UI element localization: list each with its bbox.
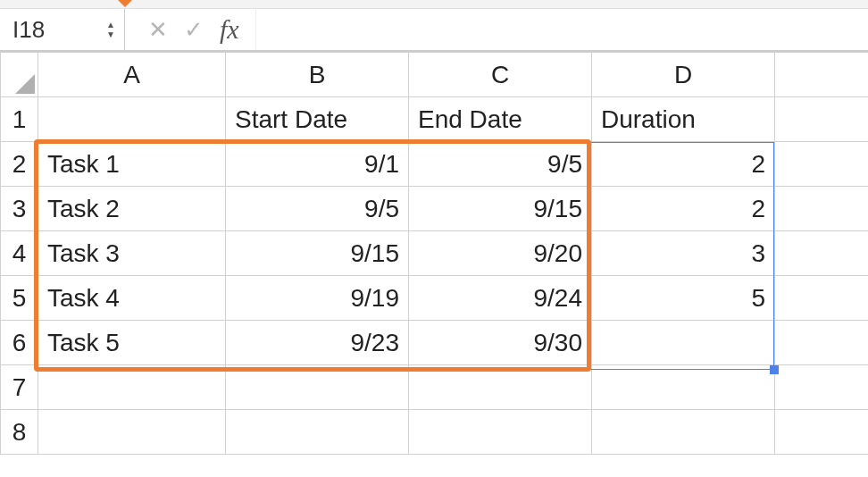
cell-D5[interactable]: 5	[592, 276, 775, 321]
cell-E1[interactable]	[775, 97, 869, 142]
cell-A7[interactable]	[38, 365, 226, 410]
row-header-1[interactable]: 1	[1, 97, 38, 142]
name-box-value: I18	[13, 16, 45, 44]
cell-A1[interactable]	[38, 97, 226, 142]
name-box-stepper[interactable]: ▲ ▼	[106, 20, 115, 39]
cell-E4[interactable]	[775, 231, 869, 276]
cell-C2[interactable]: 9/5	[409, 142, 592, 187]
cell-E2[interactable]	[775, 142, 869, 187]
name-box[interactable]: I18 ▲ ▼	[0, 9, 125, 50]
cell-C3[interactable]: 9/15	[409, 187, 592, 231]
cell-D8[interactable]	[592, 410, 775, 455]
row-7: 7	[1, 365, 869, 410]
row-header-7[interactable]: 7	[1, 365, 38, 410]
fx-icon[interactable]: fx	[220, 14, 239, 45]
cell-B1[interactable]: Start Date	[226, 97, 409, 142]
cell-C1[interactable]: End Date	[409, 97, 592, 142]
row-1: 1 Start Date End Date Duration	[1, 97, 869, 142]
ribbon-strip	[0, 0, 868, 9]
row-header-6[interactable]: 6	[1, 321, 38, 365]
column-header-A[interactable]: A	[38, 53, 226, 97]
cell-A6[interactable]: Task 5	[38, 321, 226, 365]
cell-B6[interactable]: 9/23	[226, 321, 409, 365]
spreadsheet-grid[interactable]: A B C D 1 Start Date End Date Duration 2…	[0, 52, 868, 477]
accept-icon[interactable]: ✓	[184, 16, 204, 44]
cell-A5[interactable]: Task 4	[38, 276, 226, 321]
cell-E8[interactable]	[775, 410, 869, 455]
column-header-B[interactable]: B	[226, 53, 409, 97]
row-header-4[interactable]: 4	[1, 231, 38, 276]
row-3: 3 Task 2 9/5 9/15 2	[1, 187, 869, 231]
cell-B5[interactable]: 9/19	[226, 276, 409, 321]
row-5: 5 Task 4 9/19 9/24 5	[1, 276, 869, 321]
sheet-table[interactable]: A B C D 1 Start Date End Date Duration 2…	[0, 52, 868, 455]
stepper-up-icon[interactable]: ▲	[106, 20, 115, 29]
cell-A8[interactable]	[38, 410, 226, 455]
cell-A4[interactable]: Task 3	[38, 231, 226, 276]
row-header-8[interactable]: 8	[1, 410, 38, 455]
cell-C7[interactable]	[409, 365, 592, 410]
stepper-down-icon[interactable]: ▼	[106, 29, 115, 39]
cell-D1[interactable]: Duration	[592, 97, 775, 142]
cell-B3[interactable]: 9/5	[226, 187, 409, 231]
ribbon-accent-icon	[116, 0, 134, 7]
cell-E5[interactable]	[775, 276, 869, 321]
column-header-extra[interactable]	[775, 53, 869, 97]
cell-D6[interactable]	[592, 321, 775, 365]
cell-A2[interactable]: Task 1	[38, 142, 226, 187]
cell-D2[interactable]: 2	[592, 142, 775, 187]
formula-bar-controls: ✕ ✓ fx	[125, 9, 255, 50]
row-8: 8	[1, 410, 869, 455]
cell-E3[interactable]	[775, 187, 869, 231]
cell-C8[interactable]	[409, 410, 592, 455]
formula-bar-row: I18 ▲ ▼ ✕ ✓ fx	[0, 9, 868, 52]
row-2: 2 Task 1 9/1 9/5 2	[1, 142, 869, 187]
cell-C5[interactable]: 9/24	[409, 276, 592, 321]
cell-C4[interactable]: 9/20	[409, 231, 592, 276]
cell-E6[interactable]	[775, 321, 869, 365]
cell-B7[interactable]	[226, 365, 409, 410]
cell-B2[interactable]: 9/1	[226, 142, 409, 187]
row-header-5[interactable]: 5	[1, 276, 38, 321]
formula-input[interactable]	[255, 9, 868, 50]
row-6: 6 Task 5 9/23 9/30	[1, 321, 869, 365]
selection-fill-handle[interactable]	[770, 365, 779, 374]
cell-D7[interactable]	[592, 365, 775, 410]
cell-A3[interactable]: Task 2	[38, 187, 226, 231]
row-header-3[interactable]: 3	[1, 187, 38, 231]
cell-D3[interactable]: 2	[592, 187, 775, 231]
row-4: 4 Task 3 9/15 9/20 3	[1, 231, 869, 276]
cell-E7[interactable]	[775, 365, 869, 410]
column-header-D[interactable]: D	[592, 53, 775, 97]
select-all-corner[interactable]	[1, 53, 38, 97]
cell-B8[interactable]	[226, 410, 409, 455]
cell-D4[interactable]: 3	[592, 231, 775, 276]
row-header-2[interactable]: 2	[1, 142, 38, 187]
cell-C6[interactable]: 9/30	[409, 321, 592, 365]
cancel-icon[interactable]: ✕	[148, 16, 168, 44]
cell-B4[interactable]: 9/15	[226, 231, 409, 276]
column-header-C[interactable]: C	[409, 53, 592, 97]
